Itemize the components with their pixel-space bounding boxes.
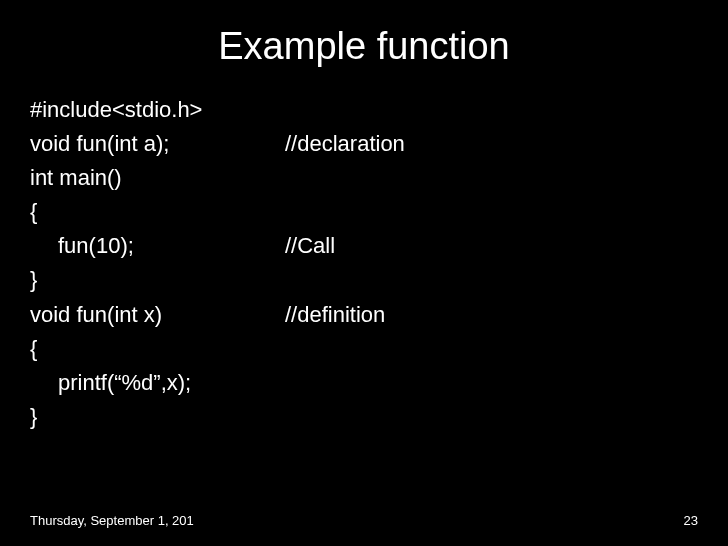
page-number: 23: [684, 513, 698, 528]
code-line: fun(10); //Call: [30, 229, 698, 263]
code-comment: //definition: [285, 298, 385, 332]
code-text: fun(10);: [30, 229, 285, 263]
code-comment: //Call: [285, 229, 335, 263]
code-line: }: [30, 400, 698, 434]
code-text: }: [30, 400, 285, 434]
footer-date: Thursday, September 1, 201: [30, 513, 194, 528]
code-text: void fun(int a);: [30, 127, 285, 161]
footer: Thursday, September 1, 201 23: [30, 513, 698, 528]
slide-title: Example function: [30, 25, 698, 68]
code-text: }: [30, 263, 285, 297]
code-line: #include<stdio.h>: [30, 93, 698, 127]
code-block: #include<stdio.h> void fun(int a); //dec…: [30, 93, 698, 434]
code-comment: //declaration: [285, 127, 405, 161]
code-line: {: [30, 332, 698, 366]
code-line: }: [30, 263, 698, 297]
code-text: #include<stdio.h>: [30, 93, 285, 127]
code-line: {: [30, 195, 698, 229]
code-line: int main(): [30, 161, 698, 195]
code-text: {: [30, 332, 285, 366]
slide: Example function #include<stdio.h> void …: [0, 0, 728, 546]
code-text: void fun(int x): [30, 298, 285, 332]
code-text: {: [30, 195, 285, 229]
code-line: void fun(int a); //declaration: [30, 127, 698, 161]
code-text: printf(“%d”,x);: [30, 366, 285, 400]
code-line: void fun(int x) //definition: [30, 298, 698, 332]
code-line: printf(“%d”,x);: [30, 366, 698, 400]
code-text: int main(): [30, 161, 285, 195]
